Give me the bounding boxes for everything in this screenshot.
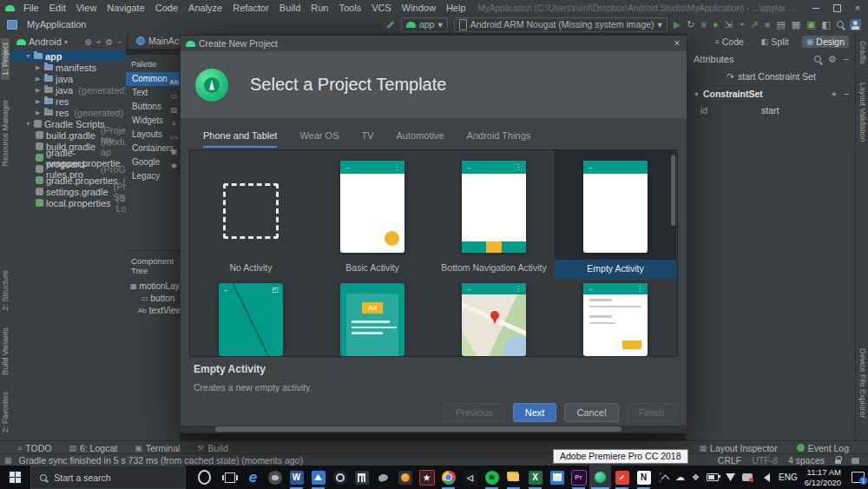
wifi-icon[interactable] (726, 473, 735, 481)
attribute-row[interactable]: id start (687, 102, 856, 118)
dropbox-icon[interactable]: ❖ (692, 472, 700, 482)
menu-edit[interactable]: Edit (44, 3, 71, 13)
minimize-button[interactable] (806, 0, 826, 16)
tab-phone-and-tablet[interactable]: Phone and Tablet (203, 130, 277, 148)
expand-icon[interactable]: ▶ (36, 64, 42, 71)
menu-run[interactable]: Run (306, 3, 333, 13)
action-center-icon[interactable]: 1 (852, 472, 865, 483)
tab-tv[interactable]: TV (361, 130, 373, 148)
menu-navigate[interactable]: Navigate (102, 3, 149, 13)
line-ending-indicator[interactable]: CRLF (718, 455, 741, 466)
menu-window[interactable]: Window (397, 3, 441, 13)
taskbar-notion[interactable]: N (633, 466, 654, 489)
list-component-icon[interactable]: ≡ (168, 117, 180, 131)
mode-code[interactable]: ≡ Code (710, 36, 747, 48)
hide-panel-icon[interactable]: − (117, 37, 122, 47)
taskbar-search[interactable]: Start a search (30, 466, 186, 489)
maximize-button[interactable] (826, 0, 847, 16)
layout-inspector-toolwindow[interactable]: ▦ Layout Inspector (700, 443, 778, 453)
tool-strip-structure[interactable]: 2: Structure (1, 266, 10, 315)
taskbar-orange-app[interactable] (394, 466, 416, 489)
taskbar-excel[interactable]: X (524, 466, 546, 489)
expand-icon[interactable]: ▶ (36, 76, 42, 83)
run-icon[interactable]: ▶ (674, 16, 681, 33)
gradle-daemon-icon[interactable] (852, 458, 859, 464)
sdk-manager-icon[interactable]: ▣ (806, 16, 815, 33)
sync-project-icon[interactable]: ▤ (776, 16, 785, 33)
taskbar-unity[interactable]: ◁ (459, 466, 481, 489)
template-basic-activity[interactable]: ←⋮ Basic Activity (312, 150, 433, 279)
tool-strip-gradle[interactable]: Gradle (858, 36, 867, 69)
tree-item-local-properties[interactable]: local.properties(SDK Loc (11, 197, 126, 208)
tool-strip-resource-manager[interactable]: Resource Manager (1, 96, 10, 171)
component-textview[interactable]: Ab textView (126, 304, 180, 316)
menu-view[interactable]: View (71, 3, 102, 13)
attribute-value[interactable]: start (761, 105, 779, 116)
mode-split[interactable]: ◧ Split (757, 36, 793, 48)
template-bottom-navigation-activity[interactable]: ←⋮ Bottom Navigation Activity (433, 150, 555, 279)
event-log-toolwindow[interactable]: Event Log (797, 443, 849, 453)
todo-toolwindow[interactable]: ≡ TODO (17, 443, 51, 453)
code-component-icon[interactable]: <> (168, 131, 180, 145)
tree-item-gradle-properties[interactable]: gradle.properties(Projec (11, 175, 126, 186)
expand-icon[interactable]: ▼ (25, 121, 31, 127)
project-view-selector[interactable]: Android (29, 36, 62, 47)
taskbar-mouse-app[interactable] (372, 466, 394, 489)
component-motionlayout[interactable]: ▦ motionLayout (126, 280, 180, 292)
apply-changes-icon[interactable]: ↻ (687, 16, 694, 33)
start-button[interactable] (0, 466, 30, 489)
profile-app-icon[interactable]: ⇗ (751, 16, 759, 33)
cancel-button[interactable]: Cancel (564, 403, 618, 422)
collapse-all-icon[interactable]: ÷ (96, 37, 102, 47)
expand-icon[interactable]: ▶ (36, 109, 42, 116)
tool-strip-build-variants[interactable]: Build Variants (1, 323, 10, 380)
tool-strip-favorites[interactable]: 2: Favorites (1, 387, 10, 437)
logcat-toolwindow[interactable]: ▤ 6: Logcat (69, 443, 117, 453)
tool-strip-device-file-explorer[interactable]: Device File Explorer (858, 344, 867, 423)
dialog-close-button[interactable]: × (667, 37, 687, 50)
gear-icon[interactable]: ⚙ (105, 37, 113, 47)
mode-design[interactable]: ▣ Design (802, 36, 849, 48)
hide-panel-icon[interactable]: − (844, 54, 849, 64)
task-view-icon[interactable] (225, 472, 235, 483)
attach-debugger-icon[interactable]: ⇲ (725, 16, 733, 33)
expand-icon[interactable]: ▼ (25, 53, 31, 59)
gear-icon[interactable]: ⚙ (828, 54, 837, 65)
onedrive-icon[interactable]: ☁ (675, 472, 685, 483)
battery-icon[interactable] (707, 473, 719, 481)
terminal-toolwindow[interactable]: ▣ Terminal (135, 443, 180, 453)
search-icon[interactable] (814, 56, 821, 63)
avd-manager-icon[interactable]: ▦ (792, 16, 800, 33)
template-fullscreen-activity[interactable]: ←◰ (190, 279, 312, 356)
taskbar-premiere[interactable]: Pr (568, 466, 589, 489)
next-button[interactable]: Next (513, 403, 557, 422)
menu-vcs[interactable]: VCS (366, 3, 397, 13)
layout-component-icon[interactable]: ▣ (168, 145, 180, 159)
template-google-maps-activity[interactable]: ←⋮ (433, 279, 555, 356)
cortana-icon[interactable] (198, 470, 210, 485)
textview-component-icon[interactable]: Ab (168, 76, 180, 89)
avatar[interactable] (850, 19, 861, 30)
indent-indicator[interactable]: 4 spaces (788, 455, 825, 466)
taskbar-word[interactable]: W (286, 466, 307, 489)
wrench-icon[interactable] (386, 20, 394, 28)
tree-item-res-generated[interactable]: ▶ res(generated) (11, 107, 126, 118)
run-menu-icon[interactable]: ≡ (701, 16, 707, 33)
taskbar-android-studio[interactable] (589, 466, 611, 489)
tree-item-app[interactable]: ▼ app (11, 50, 126, 62)
search-everywhere-icon[interactable] (837, 21, 844, 28)
tree-item-proguard-rules[interactable]: proguard-rules.pro(ProG (11, 163, 126, 175)
lock-icon[interactable] (835, 459, 841, 464)
profiler-icon[interactable]: ◔ (739, 16, 745, 33)
switch-component-icon[interactable]: ◉ (168, 159, 180, 173)
tool-strip-layout-validation[interactable]: Layout Validation (858, 78, 867, 146)
tree-item-res[interactable]: ▶ res (11, 96, 126, 107)
taskbar-edge[interactable]: e (242, 466, 264, 489)
build-toolwindow[interactable]: ⚒ Build (197, 443, 227, 453)
tree-item-java-generated[interactable]: ▶ java(generated) (11, 84, 126, 96)
imageview-component-icon[interactable]: ▭ (168, 89, 180, 103)
volume-icon[interactable] (760, 473, 770, 482)
taskbar-steam[interactable] (329, 466, 351, 489)
tab-automotive[interactable]: Automotive (397, 130, 444, 148)
tree-item-settings-gradle[interactable]: settings.gradle(Project Se (11, 186, 126, 197)
